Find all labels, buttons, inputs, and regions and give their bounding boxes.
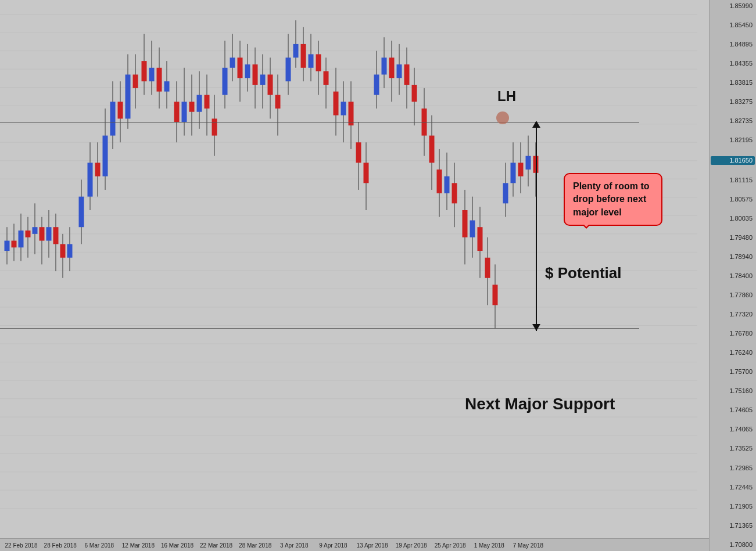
price-4: 1.84355 [711, 60, 755, 67]
price-20: 1.75160 [711, 387, 755, 395]
price-26: 1.71905 [711, 503, 755, 510]
price-8: 1.82195 [711, 136, 755, 144]
price-11: 1.80035 [711, 215, 755, 222]
date-label-14: 7 May 2018 [513, 542, 543, 549]
date-label-12: 25 Apr 2018 [435, 542, 466, 549]
date-label-10: 13 Apr 2018 [357, 542, 388, 549]
candlestick-canvas [0, 0, 709, 538]
price-16: 1.77320 [711, 311, 755, 318]
price-18: 1.76240 [711, 349, 755, 356]
date-label-9: 9 Apr 2018 [319, 542, 347, 549]
price-6: 1.83275 [711, 98, 755, 106]
date-label-6: 22 Mar 2018 [200, 542, 232, 549]
price-19: 1.75700 [711, 368, 755, 376]
price-14: 1.78400 [711, 272, 755, 280]
date-label-5: 16 Mar 2018 [161, 542, 194, 549]
date-label-8: 3 Apr 2018 [280, 542, 308, 549]
price-axis: 1.85990 1.85450 1.84895 1.84355 1.83815 … [709, 0, 756, 551]
price-23: 1.73525 [711, 445, 755, 452]
price-17: 1.76780 [711, 330, 755, 337]
date-label-11: 19 Apr 2018 [396, 542, 427, 549]
price-27: 1.71365 [711, 522, 755, 530]
price-7: 1.82735 [711, 117, 755, 125]
price-2: 1.85450 [711, 21, 755, 29]
date-axis: 22 Feb 2018 28 Feb 2018 6 Mar 2018 12 Ma… [0, 538, 709, 551]
price-15: 1.77860 [711, 291, 755, 299]
price-10: 1.80575 [711, 196, 755, 203]
price-21: 1.74605 [711, 406, 755, 414]
price-5: 1.83815 [711, 79, 755, 87]
price-12: 1.79480 [711, 234, 755, 242]
date-label-13: 1 May 2018 [474, 542, 504, 549]
price-1: 1.85990 [711, 2, 755, 10]
price-3: 1.84895 [711, 41, 755, 48]
date-label-3: 6 Mar 2018 [85, 542, 114, 549]
date-label-7: 28 Mar 2018 [239, 542, 271, 549]
date-label-1: 22 Feb 2018 [5, 542, 38, 549]
price-13: 1.78940 [711, 253, 755, 261]
date-label-2: 28 Feb 2018 [44, 542, 77, 549]
price-25: 1.72445 [711, 484, 755, 491]
price-22: 1.74065 [711, 426, 755, 433]
price-24: 1.72985 [711, 464, 755, 472]
price-current: 1.81650 [711, 156, 755, 165]
price-9: 1.81115 [711, 177, 755, 184]
date-label-4: 12 Mar 2018 [122, 542, 155, 549]
price-28: 1.70800 [711, 541, 755, 549]
